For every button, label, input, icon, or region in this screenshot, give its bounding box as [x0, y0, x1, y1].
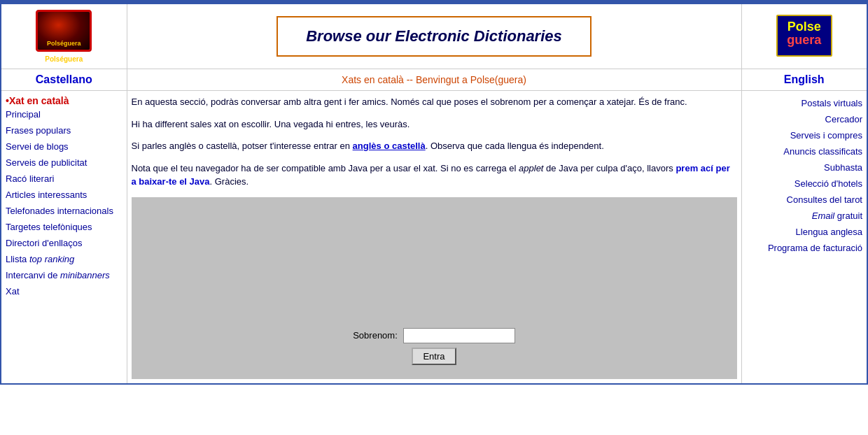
logo-left-label: Polséguera	[7, 55, 121, 63]
main-para-4-pre: Nota que el teu navegador ha de ser comp…	[132, 163, 519, 173]
nav-center: Xats en català -- Benvingut a Polse(guer…	[127, 69, 741, 91]
chat-input-row: Sobrenom:	[353, 328, 515, 343]
logo-right[interactable]: Polse guera	[776, 15, 832, 57]
sidebar-item-xat[interactable]: Xat	[6, 283, 122, 299]
right-link-cercador[interactable]: Cercador	[746, 111, 863, 127]
right-link-facturacio[interactable]: Programa de facturació	[746, 240, 863, 256]
logo-left[interactable]	[36, 10, 92, 52]
main-para-4-mid: de Java per culpa d'aço, llavors	[543, 163, 676, 173]
sidebar-item-blogs[interactable]: Servei de blogs	[6, 138, 122, 155]
main-para-4-post: . Gràcies.	[210, 176, 249, 187]
logo-right-line1: Polse	[778, 16, 831, 34]
header-right-cell: Polse guera	[741, 3, 867, 69]
right-link-hotels[interactable]: Selecció d'hotels	[746, 176, 863, 192]
sidebar-item-publicitat[interactable]: Serveis de publicitat	[6, 155, 122, 171]
sidebar-item-targetes[interactable]: Targetes telefòniques	[6, 219, 122, 235]
main-para-3-post: . Observa que cada llengua és independen…	[426, 141, 604, 151]
header-left-cell: Polséguera	[1, 3, 127, 69]
sidebar-item-principal[interactable]: Principal	[6, 106, 122, 122]
main-para-3: Si parles anglès o castellà, potser t'in…	[132, 139, 737, 153]
sidebar-item-directori[interactable]: Directori d'enllaços	[6, 235, 122, 251]
right-link-serveis[interactable]: Serveis i compres	[746, 127, 863, 143]
right-link-llengua[interactable]: Llengua anglesa	[746, 224, 863, 240]
right-sidebar: Postals virtuals Cercador Serveis i comp…	[741, 91, 867, 384]
right-link-tarot[interactable]: Consultes del tarot	[746, 192, 863, 208]
main-para-4: Nota que el teu navegador ha de ser comp…	[132, 162, 737, 189]
right-link-postals[interactable]: Postals virtuals	[746, 95, 863, 111]
chat-area: Sobrenom: Entra	[132, 197, 737, 379]
nav-english[interactable]: English	[741, 69, 867, 91]
logo-right-line2: guera	[778, 34, 831, 48]
left-sidebar: •Xat en català Principal Frases populars…	[1, 91, 127, 384]
sidebar-item-telefonades[interactable]: Telefonades internacionals	[6, 203, 122, 219]
link-angles-castella[interactable]: anglès o castellà	[353, 141, 426, 151]
main-para-1: En aquesta secció, podràs conversar amb …	[132, 95, 737, 109]
nav-castellano[interactable]: Castellano	[1, 69, 127, 91]
main-para-2: Hi ha different sales xat on escollir. U…	[132, 117, 737, 131]
sidebar-item-frases[interactable]: Frases populars	[6, 122, 122, 138]
browse-title: Browse our Electronic Dictionaries	[276, 16, 592, 57]
sidebar-item-llista[interactable]: Llista top ranking	[6, 251, 122, 267]
main-content: En aquesta secció, podràs conversar amb …	[127, 91, 741, 384]
right-link-anuncis[interactable]: Anuncis classificats	[746, 143, 863, 159]
chat-form: Sobrenom: Entra	[353, 328, 515, 365]
main-para-4-italic: applet	[519, 163, 543, 173]
sidebar-item-intercanvi[interactable]: Intercanvi de minibanners	[6, 267, 122, 283]
entra-button[interactable]: Entra	[412, 348, 456, 365]
sidebar-left-header: •Xat en català	[6, 95, 69, 106]
sidebar-item-articles[interactable]: Articles interessants	[6, 187, 122, 203]
main-para-3-pre: Si parles anglès o castellà, potser t'in…	[132, 141, 353, 151]
sobrenom-input[interactable]	[403, 328, 515, 343]
right-link-subhasta[interactable]: Subhasta	[746, 159, 863, 176]
header-center-cell: Browse our Electronic Dictionaries	[127, 3, 741, 69]
right-link-email[interactable]: Email gratuit	[746, 208, 863, 224]
sobrenom-label: Sobrenom:	[353, 330, 398, 341]
sidebar-item-raco[interactable]: Racó literari	[6, 171, 122, 187]
